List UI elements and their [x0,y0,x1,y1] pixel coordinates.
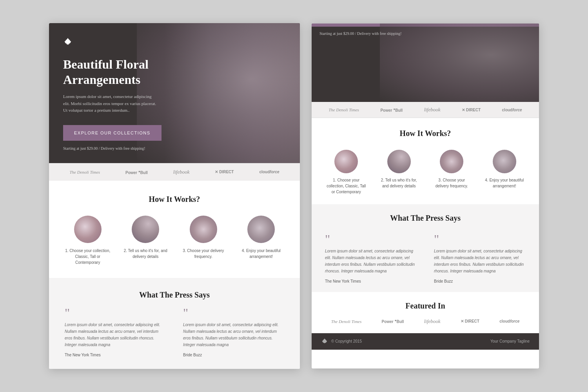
testimonials-row: " Lorem ipsum dolor sit amet, consectetu… [61,308,288,357]
featured-1: The Denoli Times [331,319,362,324]
featured-in-title: Featured In [321,301,530,310]
quote-source-2: Bride Buzz [183,353,284,357]
featured-5: cloudforce [499,319,519,323]
footer-logo-icon [321,338,328,345]
hero-description: Lorem ipsum dolor sit amet, consectetur … [63,93,157,114]
right-step-2-label: 2. Tell us who it's for, and delivery de… [379,177,419,189]
quote-source-1: The New York Times [65,353,166,357]
right-press-bar-4: ✕ DIRECT [462,108,481,112]
how-it-works-section: How It Works? 1. Choose your collection,… [49,181,300,278]
right-quote-mark-2: " [434,234,526,245]
quote-text-1: Lorem ipsum dolor sit amet, consectetur … [65,321,166,348]
right-quote-source-1: The New York Times [325,279,417,283]
step-2-label: 2. Tell us who it's for, and delivery de… [122,248,169,260]
right-step-1: 1. Choose your collection, Classic, Tall… [327,150,366,195]
right-quote-text-1: Lorem ipsum dolor sit amet, consectetur … [325,248,417,274]
press-bar-item-3: lifebook [173,169,190,175]
step-2-image [132,216,159,243]
quote-mark-1: " [65,308,166,318]
footer-tagline: Your Company Tagline [490,339,530,343]
explore-collections-button[interactable]: EXPLORE OUR COLLECTIONS [63,125,162,141]
right-card: Starting at just $29.00 / Delivery with … [312,24,539,368]
hero-right-shipping: Starting at just $29.00 / Delivery with … [319,31,531,36]
right-testimonial-1: " Lorem ipsum dolor sit amet, consectetu… [321,234,421,283]
right-step-4: 4. Enjoy your beautiful arrangement! [485,150,524,195]
how-it-works-right-section: How It Works? 1. Choose your collection,… [312,118,539,204]
testimonial-1: " Lorem ipsum dolor sit amet, consectetu… [61,308,170,357]
press-bar-right: The Denoli Times Power ●Bull lifebook ✕ … [312,102,539,118]
featured-row: The Denoli Times Power ●Bull lifebook ✕ … [321,318,530,325]
right-press-bar-5: cloudforce [502,108,522,112]
right-testimonials-row: " Lorem ipsum dolor sit amet, consectetu… [321,234,530,283]
press-bar-item-5: cloudforce [259,170,279,174]
press-bar: The Denoli Times Power ●Bull lifebook ✕ … [49,163,300,181]
right-step-1-label: 1. Choose your collection, Classic, Tall… [327,177,366,195]
right-step-3: 3. Choose your delivery frequency. [432,150,471,195]
testimonial-2: " Lorem ipsum dolor sit amet, consectetu… [179,308,288,357]
step-4-label: 4. Enjoy your beautiful arrangement! [238,248,285,260]
right-press-bar-2: Power ●Bull [380,107,403,113]
hero-right-section: Starting at just $29.00 / Delivery with … [312,24,539,102]
hero-right-content: Starting at just $29.00 / Delivery with … [312,27,539,42]
right-quote-mark-1: " [325,234,417,245]
quote-text-2: Lorem ipsum dolor sit amet, consectetur … [183,321,284,348]
right-testimonial-2: " Lorem ipsum dolor sit amet, consectetu… [430,234,530,283]
right-press-bar-3: lifebook [424,107,441,113]
right-step-3-img [440,150,463,173]
press-says-section: What The Press Says " Lorem ipsum dolor … [49,278,300,369]
featured-in-section: Featured In The Denoli Times Power ●Bull… [312,292,539,333]
hero-shipping-text: Starting at just $29.00 / Delivery with … [63,146,286,151]
steps-row: 1. Choose your collection, Classic, Tall… [61,216,288,265]
footer-copyright: © Copyright 2015 [331,339,362,343]
right-step-4-img [493,150,516,173]
right-quote-text-2: Lorem ipsum dolor sit amet, consectetur … [434,248,526,274]
how-it-works-title: How It Works? [61,195,288,204]
press-bar-item-1: The Denoli Times [69,170,100,174]
featured-3: lifebook [424,318,441,325]
right-step-2: 2. Tell us who it's for, and delivery de… [379,150,419,195]
press-bar-item-4: ✕ DIRECT [215,170,234,174]
step-4: 4. Enjoy your beautiful arrangement! [238,216,285,265]
featured-2: Power ●Bull [382,318,404,324]
hero-content: Beautiful Floral Arrangements Lorem ipsu… [63,37,286,151]
step-3-image [190,216,217,243]
right-press-bar-1: The Denoli Times [328,107,359,112]
step-4-image [247,216,275,243]
right-step-1-img [334,150,358,173]
step-3-label: 3. Choose your delivery frequency. [180,248,227,260]
step-3: 3. Choose your delivery frequency. [180,216,227,265]
right-quote-source-2: Bride Buzz [434,279,526,283]
logo [63,37,286,49]
press-says-title: What The Press Says [61,290,288,299]
step-1: 1. Choose your collection, Classic, Tall… [64,216,111,265]
hero-title: Beautiful Floral Arrangements [63,57,165,87]
hero-section: Beautiful Floral Arrangements Lorem ipsu… [49,23,300,163]
press-says-right-section: What The Press Says " Lorem ipsum dolor … [312,204,539,292]
quote-mark-2: " [183,308,284,318]
right-step-3-label: 3. Choose your delivery frequency. [432,177,471,189]
footer: © Copyright 2015 Your Company Tagline [312,333,539,350]
step-2: 2. Tell us who it's for, and delivery de… [122,216,169,265]
step-1-label: 1. Choose your collection, Classic, Tall… [64,248,111,265]
press-says-right-title: What The Press Says [321,214,530,223]
steps-row-right: 1. Choose your collection, Classic, Tall… [321,150,530,195]
how-it-works-right-title: How It Works? [321,129,530,138]
featured-4: ✕ DIRECT [461,319,479,323]
right-step-4-label: 4. Enjoy your beautiful arrangement! [485,177,524,189]
left-card: Beautiful Floral Arrangements Lorem ipsu… [49,23,300,368]
right-step-2-img [387,150,411,173]
press-bar-item-2: Power ●Bull [125,169,148,175]
step-1-image [74,216,102,243]
